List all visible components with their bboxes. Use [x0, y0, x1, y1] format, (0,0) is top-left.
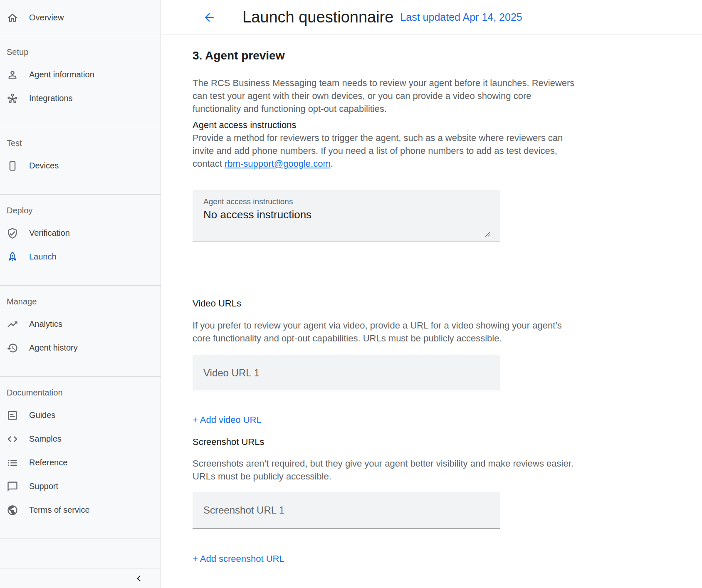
sidebar-item-label: Integrations: [29, 94, 73, 103]
sidebar-item-label: Overview: [29, 13, 64, 22]
sidebar-section-title: Manage: [7, 295, 161, 308]
sidebar-item-agent-history[interactable]: Agent history: [0, 336, 161, 360]
code-icon: [7, 433, 18, 445]
add-video-url-button[interactable]: + Add video URL: [193, 413, 262, 426]
article-icon: [7, 410, 18, 421]
resize-grip-icon: [484, 231, 491, 237]
trending-icon: [7, 319, 18, 330]
sidebar-item-label: Support: [29, 482, 58, 491]
sidebar-section-title: Test: [7, 136, 161, 150]
sidebar-item-label: Samples: [29, 434, 62, 444]
sidebar-divider: [0, 376, 161, 377]
chevron-left-icon: [134, 573, 145, 584]
smartphone-icon: [7, 160, 18, 172]
sidebar-collapse-bar: [0, 568, 161, 588]
sidebar-item-guides[interactable]: Guides: [0, 403, 161, 427]
sidebar-item-overview[interactable]: Overview: [0, 6, 161, 30]
sidebar-item-label: Devices: [29, 161, 59, 170]
back-arrow-icon: [203, 11, 216, 24]
sidebar-divider: [0, 36, 161, 36]
sidebar-section-title: Deploy: [7, 204, 161, 217]
section-heading: 3. Agent preview: [193, 48, 685, 63]
sidebar-section-title: Setup: [7, 45, 161, 59]
home-icon: [7, 12, 18, 24]
sidebar-item-launch[interactable]: Launch: [0, 245, 161, 269]
last-updated-text: Last updated Apr 14, 2025: [400, 11, 522, 23]
sidebar-item-analytics[interactable]: Analytics: [0, 312, 161, 336]
list-icon: [7, 457, 18, 469]
sidebar-item-integrations[interactable]: Integrations: [0, 86, 161, 110]
sidebar-divider: [0, 127, 161, 127]
sidebar-item-agent-information[interactable]: Agent information: [0, 63, 161, 86]
video-urls-label: Video URLs: [193, 297, 685, 310]
access-instructions-textarea[interactable]: Agent access instructions No access inst…: [193, 190, 500, 242]
sidebar-collapse-button[interactable]: [134, 573, 145, 584]
sidebar-item-samples[interactable]: Samples: [0, 427, 161, 451]
sidebar-item-label: Terms of service: [29, 505, 90, 515]
sidebar-item-terms-of-service[interactable]: Terms of service: [0, 498, 161, 522]
add-screenshot-url-button[interactable]: + Add screenshot URL: [193, 552, 284, 565]
textarea-floating-label: Agent access instructions: [203, 197, 293, 206]
sidebar-item-reference[interactable]: Reference: [0, 451, 161, 474]
sidebar-divider: [0, 539, 161, 539]
shield-icon: [7, 227, 18, 239]
sidebar-item-support[interactable]: Support: [0, 474, 161, 498]
app-window: OverviewSetupAgent informationIntegratio…: [0, 0, 702, 588]
sidebar-item-verification[interactable]: Verification: [0, 221, 161, 245]
access-instructions-description: Provide a method for reviewers to trigge…: [193, 131, 621, 170]
sidebar-item-label: Guides: [29, 410, 55, 420]
sidebar-item-label: Agent history: [29, 343, 78, 353]
page-content: 3. Agent preview The RCS Business Messag…: [161, 35, 702, 565]
screenshot-urls-label: Screenshot URLs: [193, 435, 685, 448]
textarea-value: No access instructions: [203, 208, 311, 221]
screenshot-urls-description: Screenshots aren’t required, but they gi…: [193, 457, 621, 483]
sidebar-item-label: Agent information: [29, 70, 94, 79]
video-urls-description: If you prefer to review your agent via v…: [193, 319, 621, 345]
access-description-suffix: .: [331, 158, 333, 169]
chat-icon: [7, 481, 18, 492]
globe-icon: [7, 504, 18, 516]
screenshot-url-input[interactable]: [193, 492, 500, 529]
sidebar-nav: OverviewSetupAgent informationIntegratio…: [0, 6, 161, 539]
sidebar-item-label: Launch: [29, 252, 57, 262]
intro-paragraph: The RCS Business Messaging team needs to…: [193, 77, 621, 115]
sidebar-item-label: Verification: [29, 228, 70, 238]
sidebar-item-devices[interactable]: Devices: [0, 154, 161, 178]
resize-handle[interactable]: [484, 231, 491, 237]
rocket-icon: [7, 251, 18, 263]
video-url-input[interactable]: [193, 355, 500, 391]
back-button[interactable]: [203, 11, 216, 24]
support-email-link[interactable]: rbm-support@google.com: [225, 158, 331, 169]
sidebar-divider: [0, 285, 161, 286]
sidebar-divider: [0, 194, 161, 195]
page-title: Launch questionnaire: [242, 8, 393, 26]
sidebar-item-label: Analytics: [29, 319, 62, 329]
main-area: Launch questionnaire Last updated Apr 14…: [161, 0, 702, 588]
sidebar-item-label: Reference: [29, 458, 67, 467]
page-header: Launch questionnaire Last updated Apr 14…: [161, 0, 702, 35]
access-instructions-label: Agent access instructions: [193, 119, 685, 131]
sidebar: OverviewSetupAgent informationIntegratio…: [0, 0, 161, 588]
sidebar-section-title: Documentation: [7, 386, 161, 399]
hub-icon: [7, 93, 18, 104]
history-icon: [7, 342, 18, 354]
person-icon: [7, 69, 18, 81]
